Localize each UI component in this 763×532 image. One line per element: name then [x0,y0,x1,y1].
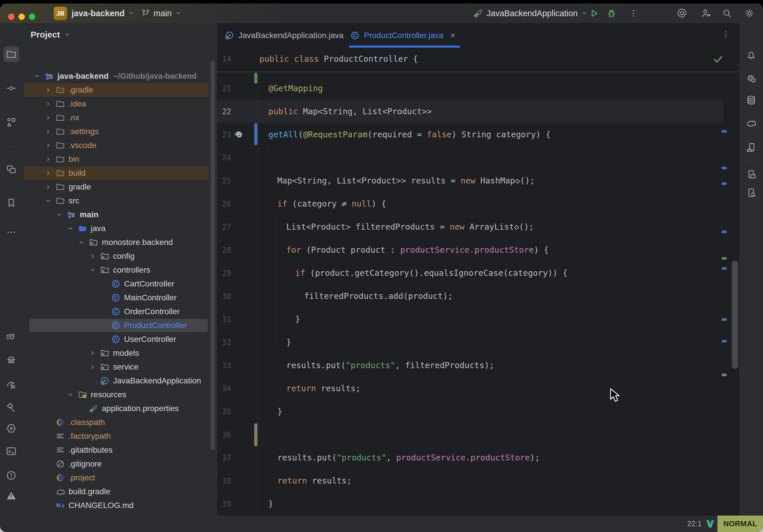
device-explorer-icon[interactable] [743,185,759,200]
error-stripe-mark[interactable] [722,182,727,185]
debug-button[interactable] [606,3,617,23]
terminal-icon[interactable] [3,443,19,459]
tab-javabackendapplication-java[interactable]: JavaBackendApplication.java [222,23,349,48]
close-tab-icon[interactable]: × [450,31,455,41]
more-actions-button[interactable] [628,3,638,23]
tree-item-changelog-md[interactable]: MCHANGELOG.md [23,498,217,512]
tree-item-monostore-backend[interactable]: monostore.backend [23,235,217,249]
tree-item-java-backend[interactable]: java-backend~/Github/java-backend [23,69,217,83]
structure-icon[interactable] [3,115,19,130]
chevron-down-icon[interactable] [78,235,85,249]
profiler-gauge-icon[interactable] [3,377,19,392]
error-stripe-mark[interactable] [722,167,727,169]
build-hammer-icon[interactable] [3,400,19,415]
tree-item--settings[interactable]: .settings [23,125,217,139]
warning-icon[interactable] [3,488,19,503]
error-stripe-mark[interactable] [722,267,727,270]
inspections-ok-check-icon[interactable] [712,53,724,65]
tree-item-models[interactable]: models [23,346,217,360]
chevron-right-icon[interactable] [89,249,96,263]
tree-item--gitignore[interactable]: .gitignore [23,457,217,471]
error-stripe-mark[interactable] [722,231,727,233]
tree-item-main[interactable]: main [23,208,217,222]
zoom-window-button[interactable] [29,14,35,20]
caret-position[interactable]: 22:1 [687,516,702,532]
chevron-down-icon[interactable] [55,208,63,222]
tree-scrollbar[interactable] [211,60,215,450]
tree-item-resources[interactable]: resources [23,388,217,402]
tree-item-maincontroller[interactable]: CMainController [23,291,217,305]
tree-item-build[interactable]: build [23,166,217,180]
tree-item-javabackendapplication[interactable]: JavaBackendApplication [23,374,217,388]
code-with-me-button[interactable] [701,3,711,23]
running-devices-icon[interactable] [743,140,759,155]
tree-item--nx[interactable]: .nx [23,111,217,125]
chevron-right-icon[interactable] [45,152,52,166]
chevron-right-icon[interactable] [45,111,52,125]
chevron-right-icon[interactable] [89,360,96,374]
tree-item-java[interactable]: java [23,222,217,235]
incognito-icon[interactable] [3,352,19,368]
problems-icon[interactable] [3,468,19,483]
error-stripe-mark[interactable] [722,257,727,260]
chevron-right-icon[interactable] [89,346,96,360]
error-stripe-mark[interactable] [722,130,727,133]
editor-scrollbar[interactable] [732,261,738,369]
tree-item--project[interactable]: .project [23,471,217,485]
run-button[interactable] [589,3,600,23]
tree-item-ordercontroller[interactable]: COrderController [23,305,217,319]
tree-item-config[interactable]: config [23,249,217,263]
tree-item--vscode[interactable]: .vscode [23,139,217,152]
tree-item-build-gradle[interactable]: build.gradle [23,485,217,498]
tree-item-controllers[interactable]: controllers [23,263,217,277]
chevron-right-icon[interactable] [45,166,52,180]
branch-selector[interactable]: main [141,3,182,23]
editor-options-kebab-icon[interactable] [721,30,731,39]
more-icon[interactable] [3,224,19,240]
ai-assistant-button[interactable] [676,3,687,23]
tree-item--gradle[interactable]: .gradle [23,83,217,97]
logcat-cat-icon[interactable] [3,329,19,345]
error-stripe-mark[interactable] [722,373,727,376]
gradle-elephant-icon[interactable] [743,115,759,131]
chevron-right-icon[interactable] [45,125,52,139]
tree-item-cartcontroller[interactable]: CCartController [23,277,217,291]
device-manager-icon[interactable] [743,167,759,182]
tree-item-application-properties[interactable]: application.properties [23,402,217,415]
tree-item-src[interactable]: src [23,194,217,208]
commit-icon[interactable] [3,80,19,96]
tab-productcontroller-java[interactable]: CProductController.java× [347,23,467,48]
bookmarks-icon[interactable] [3,195,19,211]
tree-item--classpath[interactable]: .classpath [23,415,217,429]
database-icon[interactable] [743,92,759,108]
tree-item-usercontroller[interactable]: CUserController [23,332,217,346]
chevron-down-icon[interactable] [89,263,96,277]
chevron-right-icon[interactable] [45,139,52,152]
error-stripe-mark[interactable] [722,318,727,321]
chevron-right-icon[interactable] [45,83,52,97]
chevron-down-icon[interactable] [67,388,74,402]
search-everywhere-button[interactable] [721,3,732,23]
tree-item--gitattributes[interactable]: .gitattributes [23,443,217,457]
chevron-down-icon[interactable] [33,69,41,83]
tree-item--idea[interactable]: .idea [23,97,217,111]
close-window-button[interactable] [8,14,14,20]
chevron-down-icon[interactable] [45,194,52,208]
tree-item--factorypath[interactable]: .factorypath [23,429,217,443]
tree-item-bin[interactable]: bin [23,152,217,166]
run-configuration-selector[interactable]: JavaBackendApplication [473,3,588,23]
tree-item-service[interactable]: service [23,360,217,374]
error-stripe-mark[interactable] [722,340,727,343]
tree-item-productcontroller[interactable]: CProductController [23,319,217,332]
ai-assistant-icon[interactable] [743,71,759,86]
project-selector[interactable]: java-backend [71,3,135,23]
windows-icon[interactable] [3,161,19,177]
services-hexagon-icon[interactable] [3,421,19,436]
project-folder-icon[interactable] [3,47,19,62]
settings-button[interactable] [744,3,755,23]
chevron-right-icon[interactable] [45,180,52,194]
tree-item-gradle[interactable]: gradle [23,180,217,194]
chevron-right-icon[interactable] [45,97,52,111]
minimize-window-button[interactable] [19,14,25,20]
project-panel-header[interactable]: Project [31,28,71,41]
